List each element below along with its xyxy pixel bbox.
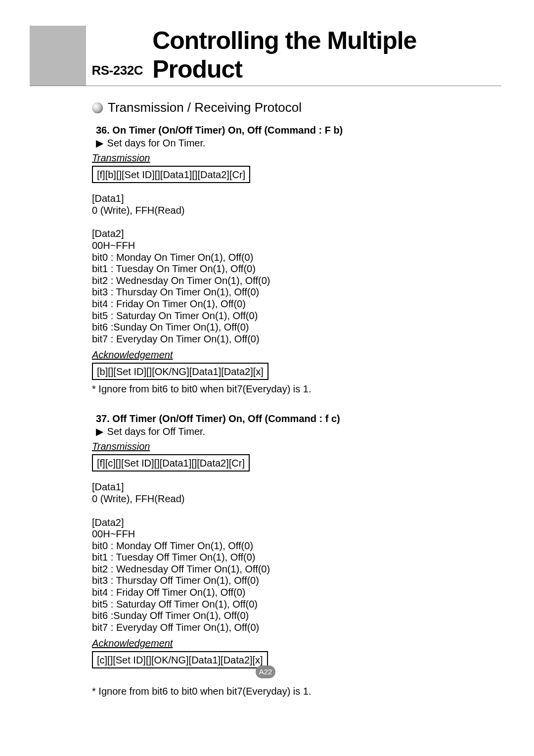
bit-line: bit5 : Saturday Off Timer On(1), Off(0) [92,599,501,611]
transmission-code: [f][c][][Set ID][][Data1][][Data2][Cr] [92,454,250,472]
bit-line: bit5 : Saturday On Timer On(1), Off(0) [92,310,501,322]
bit-line: bit2 : Wednesday Off Timer On(1), Off(0) [92,564,501,575]
cmd-37-desc: Set days for Off Timer. [107,426,206,437]
cmd-37-title: 37. Off Timer (On/Off Timer) On, Off (Co… [96,413,501,425]
note-line: * Ignore from bit6 to bit0 when bit7(Eve… [92,383,501,395]
section-37: 37. Off Timer (On/Off Timer) On, Off (Co… [92,413,501,697]
transmission-code: [f][b][][Set ID][][Data1][][Data2][Cr] [92,166,250,183]
ack-label: Acknowledgement [92,349,173,361]
bit-line: bit7 : Everyday On Timer On(1), Off(0) [92,333,501,345]
bit-line: bit1 : Tuesday Off Timer On(1), Off(0) [92,552,501,564]
data1-line: 0 (Write), FFH(Read) [92,493,501,505]
ack-code: [c][][Set ID][][OK/NG][Data1][Data2][x] [92,651,268,668]
data1-label: [Data1] [92,193,501,205]
data2-range: 00H~FFH [92,528,501,540]
ack-label: Acknowledgement [92,637,173,649]
bit-line: bit1 : Tuesday On Timer On(1), Off(0) [92,263,501,275]
data1-line: 0 (Write), FFH(Read) [92,205,501,217]
bit-line: bit6 :Sunday On Timer On(1), Off(0) [92,322,501,333]
section-36: 36. On Timer (On/Off Timer) On, Off (Com… [92,124,501,395]
cmd-36-title: 36. On Timer (On/Off Timer) On, Off (Com… [96,124,501,136]
cmd-36-desc: Set days for On Timer. [107,138,206,148]
ack-code: [b][][Set ID][][OK/NG][Data1][Data2][x] [92,363,268,380]
section-title: Transmission / Receiving Protocol [108,100,302,115]
page-title: Controlling the Multiple Product [148,26,501,86]
bit-line: bit0 : Monday Off Timer On(1), Off(0) [92,540,501,552]
transmission-label: Transmission [92,152,150,164]
bit-line: bit0 : Monday On Timer On(1), Off(0) [92,252,501,264]
bit-line: bit4 : Friday On Timer On(1), Off(0) [92,298,501,310]
data2-label: [Data2] [92,228,501,240]
bit-line: bit6 :Sunday Off Timer On(1), Off(0) [92,610,501,622]
arrow-icon: ▶ [96,137,103,149]
bit-line: bit4 : Friday Off Timer On(1), Off(0) [92,587,501,599]
bullet-icon [92,102,103,113]
bit-line: bit3 : Thursday On Timer On(1), Off(0) [92,286,501,298]
transmission-label: Transmission [92,440,150,452]
header-left-block [30,26,86,86]
page-number-badge: A22 [256,665,275,678]
data1-label: [Data1] [92,481,501,493]
bit-line: bit2 : Wednesday On Timer On(1), Off(0) [92,275,501,287]
header-interface-label: RS-232C [91,63,142,78]
data2-range: 00H~FFH [92,240,501,252]
note-line: * Ignore from bit6 to bit0 when bit7(Eve… [92,685,501,697]
data2-label: [Data2] [92,517,501,529]
bit-line: bit3 : Thursday Off Timer On(1), Off(0) [92,575,501,587]
bit-line: bit7 : Everyday Off Timer On(1), Off(0) [92,622,501,634]
arrow-icon: ▶ [96,425,103,437]
